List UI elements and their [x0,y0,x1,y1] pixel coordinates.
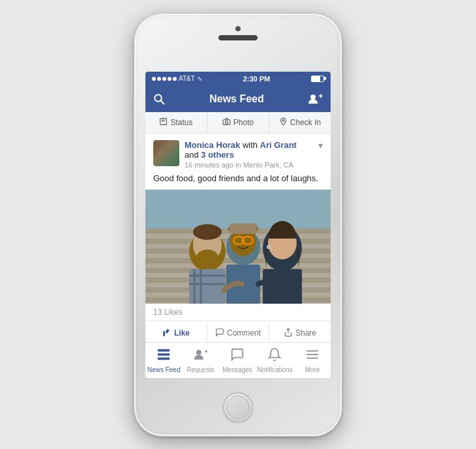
status-icon [159,117,168,128]
nav-notifications[interactable]: Notifications [256,343,293,378]
like-icon [162,328,171,339]
post-time: 16 minutes ago in Menlo Park, CA [185,161,313,169]
with-text: with [243,140,260,150]
avatar-image [153,140,179,166]
and-text: and [185,150,201,160]
search-icon[interactable] [153,93,165,105]
post-actions: Like Comment [145,321,331,342]
checkin-button[interactable]: Check In [269,112,331,133]
signal-strength [152,77,177,81]
requests-icon [194,347,208,365]
svg-point-9 [225,121,228,123]
author-name[interactable]: Monica Horak [185,140,240,150]
messages-label: Messages [222,366,252,373]
status-time: 2:30 PM [243,75,271,83]
post-card: Monica Horak with Ari Grant and 3 others… [145,134,331,342]
requests-label: Requests [186,366,214,373]
mute-button[interactable] [132,98,134,119]
more-label: More [305,366,320,373]
nav-messages[interactable]: Messages [219,343,256,378]
like-button[interactable]: Like [145,323,207,342]
post-text: Good food, good friends and a lot of lau… [145,173,331,190]
status-bar: AT&T ∿ 2:30 PM [145,72,331,86]
svg-rect-43 [158,349,170,351]
friend-requests-icon[interactable] [308,93,323,105]
comment-label: Comment [227,328,261,338]
svg-point-28 [197,250,218,263]
news-feed-label: News Feed [147,366,181,373]
battery-icon [311,76,324,82]
share-icon [284,328,293,339]
notifications-icon [267,347,282,365]
camera-icon [222,117,231,128]
signal-dot-5 [173,77,177,81]
checkin-label: Check In [290,118,321,127]
bottom-nav: News Feed Requests [145,342,331,378]
svg-point-2 [310,94,316,99]
comment-icon [215,328,224,339]
post-header: Monica Horak with Ari Grant and 3 others… [145,134,331,173]
post-author: Monica Horak with Ari Grant and 3 others [185,140,313,160]
camera [235,26,241,31]
facebook-header: News Feed [145,86,331,112]
like-label: Like [174,328,190,338]
home-button-inner [226,396,250,419]
status-label: Status [170,118,192,127]
phone-frame: AT&T ∿ 2:30 PM News Feed [134,13,342,437]
status-left: AT&T ∿ [152,75,202,82]
signal-dot-3 [162,77,166,81]
post-image-svg [145,190,331,304]
comment-button[interactable]: Comment [207,323,269,342]
power-button[interactable] [342,140,344,189]
messages-icon [230,347,245,365]
others-count[interactable]: 3 others [201,150,234,160]
phone-top-area [218,26,258,40]
share-label: Share [295,328,316,338]
photo-button[interactable]: Photo [207,112,269,133]
home-button[interactable] [223,392,253,422]
svg-rect-45 [158,357,170,360]
signal-dot-1 [152,77,156,81]
post-dropdown-icon[interactable]: ▾ [318,140,323,151]
svg-line-1 [160,100,164,104]
more-icon [305,347,320,365]
svg-rect-44 [158,353,170,356]
nav-requests[interactable]: Requests [182,343,218,378]
tagged-person[interactable]: Ari Grant [260,140,297,150]
battery-fill [312,76,320,81]
post-likes: 13 Likes [145,304,331,321]
nav-news-feed[interactable]: News Feed [145,343,182,378]
svg-point-29 [193,224,222,240]
share-button[interactable]: Share [269,323,331,342]
status-right [311,76,324,82]
svg-point-41 [267,245,271,249]
volume-down-button[interactable] [132,169,134,205]
volume-up-button[interactable] [132,127,134,163]
nav-more[interactable]: More [294,343,331,378]
screen: AT&T ∿ 2:30 PM News Feed [145,72,331,378]
svg-rect-34 [230,224,256,234]
news-feed-icon [156,347,171,365]
page-title: News Feed [209,93,264,105]
location-icon [279,117,288,128]
status-button[interactable]: Status [145,112,207,133]
carrier-name: AT&T [179,75,195,82]
action-bar: Status Photo [145,112,331,134]
svg-point-10 [282,119,284,121]
notifications-label: Notifications [257,366,292,373]
signal-dot-4 [168,77,171,81]
svg-rect-39 [263,269,302,304]
post-image [145,190,331,304]
speaker [218,35,258,40]
wifi-icon: ∿ [197,75,202,82]
svg-point-46 [196,349,201,355]
post-meta: Monica Horak with Ari Grant and 3 others… [185,140,313,169]
avatar [153,140,179,166]
photo-label: Photo [233,118,254,127]
feed-content: Monica Horak with Ari Grant and 3 others… [145,134,331,342]
signal-dot-2 [157,77,161,81]
